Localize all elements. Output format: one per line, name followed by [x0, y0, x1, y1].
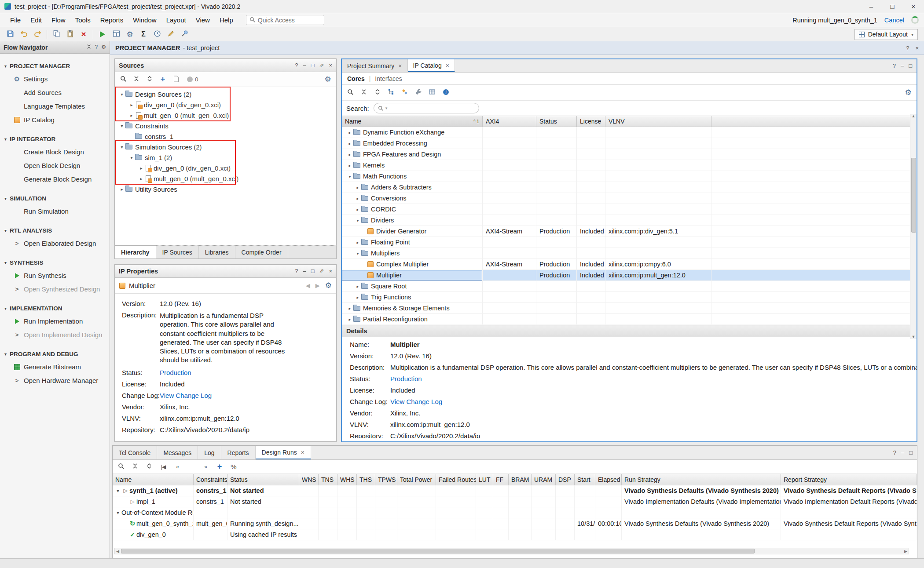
add-sources-button[interactable]: + [157, 74, 169, 85]
group-by-button[interactable] [399, 87, 411, 98]
run-group-out-of-context[interactable]: ▾Out-of-Context Module Runs [113, 507, 917, 518]
flownav-item-open-block-design[interactable]: Open Block Design [0, 159, 110, 172]
catalog-row[interactable]: ▸CORDIC [342, 204, 917, 215]
menu-tools[interactable]: Tools [70, 14, 95, 26]
customize-ip-button[interactable] [413, 87, 424, 98]
catalog-row[interactable]: ▸Adders & Subtracters [342, 182, 917, 193]
tab-compile-order[interactable]: Compile Order [235, 246, 288, 259]
probe-button[interactable] [178, 29, 191, 40]
section-header-project-manager[interactable]: ▾ PROJECT MANAGER [0, 60, 110, 72]
layout-selector-dropdown[interactable]: Default Layout ▾ [854, 29, 918, 40]
catalog-row[interactable]: ▸Embedded Processing [342, 138, 917, 149]
minimize-icon[interactable]: – [901, 62, 904, 69]
create-run-button[interactable]: + [214, 462, 225, 472]
timing-button[interactable] [150, 29, 164, 40]
section-header-program-and-debug[interactable]: ▾ PROGRAM AND DEBUG [0, 348, 110, 360]
column-tpws[interactable]: TPWS [375, 474, 397, 485]
flownav-item-generate-block-design[interactable]: Generate Block Design [0, 172, 110, 186]
column-license[interactable]: License [577, 116, 605, 127]
settings-button[interactable]: ⚙ [123, 29, 136, 40]
window-minimize-button[interactable]: – [861, 0, 882, 13]
menu-window[interactable]: Window [128, 14, 161, 26]
scroll-up-icon[interactable]: ▲ [912, 114, 916, 118]
catalog-row[interactable]: ▸Partial Reconfiguration [342, 314, 917, 325]
help-icon[interactable]: ? [893, 449, 896, 456]
tab-ip-catalog[interactable]: IP Catalog × [408, 59, 455, 72]
catalog-row-multiplier-selected[interactable]: MultiplierProductionIncludedxilinx.com:i… [342, 270, 917, 281]
flownav-item-ip-catalog[interactable]: IP Catalog [0, 113, 110, 127]
menu-layout[interactable]: Layout [161, 14, 191, 26]
cancel-run-link[interactable]: Cancel [884, 17, 904, 24]
chevron-down-icon[interactable]: ▾ [118, 124, 125, 128]
catalog-row[interactable]: ▾Multipliers [342, 248, 917, 259]
section-header-rtl-analysis[interactable]: ▾ RTL ANALYSIS [0, 224, 110, 237]
flownav-item-run-synthesis[interactable]: Run Synthesis [0, 269, 110, 282]
flownav-item-open-implemented-design[interactable]: >Open Implemented Design [0, 328, 110, 342]
delete-button[interactable]: × [77, 29, 90, 40]
chevron-right-icon[interactable]: ▸ [346, 163, 353, 168]
flownav-item-run-implementation[interactable]: Run Implementation [0, 314, 110, 328]
window-maximize-button[interactable]: □ [882, 0, 903, 13]
column-failed-routes[interactable]: Failed Routes [436, 474, 476, 485]
scrollbar-thumb[interactable] [121, 549, 755, 553]
help-icon[interactable]: ? [295, 62, 298, 69]
chevron-right-icon[interactable]: ▸ [346, 152, 353, 157]
tab-ip-sources[interactable]: IP Sources [156, 246, 199, 259]
flownav-item-add-sources[interactable]: Add Sources [0, 86, 110, 99]
close-icon[interactable]: × [329, 62, 332, 69]
expand-all-button[interactable] [144, 74, 155, 85]
catalog-row[interactable]: ▾Dividers [342, 215, 917, 226]
run-row-impl-1[interactable]: ▷impl_1 constrs_1 Not started Vivado Imp… [113, 496, 917, 507]
paste-button[interactable] [63, 29, 77, 40]
percent-button[interactable]: % [228, 462, 239, 472]
scroll-down-icon[interactable]: ▼ [912, 335, 916, 339]
collapse-all-button[interactable] [129, 462, 141, 472]
chevron-down-icon[interactable]: ▾ [354, 251, 361, 256]
scroll-right-icon[interactable]: ▶ [904, 549, 907, 553]
status-link[interactable]: Production [160, 369, 191, 376]
catalog-row[interactable]: ▸Trig Functions [342, 292, 917, 303]
undo-button[interactable] [17, 29, 30, 40]
quick-access-input[interactable] [258, 17, 311, 24]
subtab-cores[interactable]: Cores [347, 75, 365, 82]
column-bram[interactable]: BRAM [509, 474, 532, 485]
change-log-link[interactable]: View Change Log [390, 398, 442, 406]
flownav-item-run-simulation[interactable]: Run Simulation [0, 204, 110, 218]
search-button[interactable] [345, 87, 356, 98]
column-status[interactable]: Status [536, 116, 577, 127]
menu-view[interactable]: View [191, 14, 215, 26]
chevron-right-icon[interactable]: ▸ [354, 207, 361, 212]
column-start[interactable]: Start [575, 474, 595, 485]
help-icon[interactable]: ? [295, 268, 298, 274]
flownav-item-open-synthesized-design[interactable]: >Open Synthesized Design [0, 282, 110, 296]
chevron-down-icon[interactable]: ▾ [114, 510, 121, 515]
flownav-item-language-templates[interactable]: Language Templates [0, 99, 110, 113]
expand-all-button[interactable] [372, 87, 383, 98]
catalog-row[interactable]: ▸Floating Point [342, 237, 917, 248]
column-uram[interactable]: URAM [532, 474, 556, 485]
float-icon[interactable]: ⇗ [319, 268, 324, 274]
chevron-right-icon[interactable]: ▸ [354, 284, 361, 289]
vertical-scrollbar[interactable]: ▲ ▼ [910, 114, 917, 339]
maximize-icon[interactable]: □ [909, 62, 912, 69]
section-header-synthesis[interactable]: ▾ SYNTHESIS [0, 256, 110, 269]
column-constraints[interactable]: Constraints [194, 474, 227, 485]
chevron-right-icon[interactable]: ▸ [354, 185, 361, 190]
menu-edit[interactable]: Edit [26, 14, 47, 26]
edit-button[interactable] [164, 29, 177, 40]
menu-file[interactable]: File [5, 14, 26, 26]
section-header-simulation[interactable]: ▾ SIMULATION [0, 192, 110, 204]
catalog-row[interactable]: ▸Square Root [342, 281, 917, 292]
scroll-left-icon[interactable]: ◀ [116, 549, 119, 553]
horizontal-scrollbar[interactable]: ◀ ▶ [114, 548, 909, 554]
tab-log[interactable]: Log [198, 446, 221, 459]
step-back-button[interactable]: « [172, 462, 183, 472]
tab-messages[interactable]: Messages [157, 446, 198, 459]
tab-tcl-console[interactable]: Tcl Console [113, 446, 157, 459]
tab-reports[interactable]: Reports [221, 446, 256, 459]
save-button[interactable] [4, 29, 17, 40]
chevron-down-icon[interactable]: ▾ [114, 488, 121, 493]
restore-hierarchy-button[interactable] [385, 87, 397, 98]
tab-libraries[interactable]: Libraries [199, 246, 235, 259]
column-elapsed[interactable]: Elapsed [595, 474, 622, 485]
